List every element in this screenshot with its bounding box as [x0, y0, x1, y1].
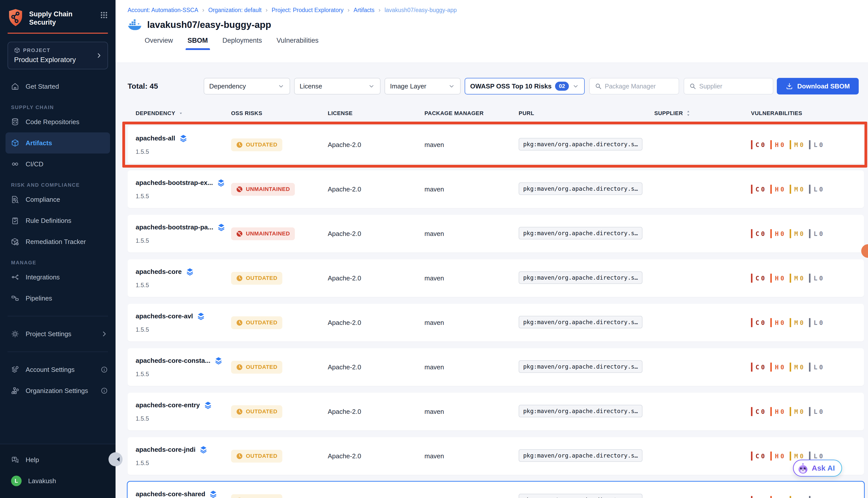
column-header-purl[interactable]: PURL: [519, 110, 654, 117]
search-icon: [689, 83, 696, 90]
sort-icon[interactable]: [686, 110, 690, 116]
filter-owasp-oss-top-10-risks[interactable]: OWASP OSS Top 10 Risks 02: [465, 78, 585, 94]
dependency-name[interactable]: apacheds-bootstrap-pa...: [136, 223, 213, 231]
sort-icon[interactable]: [179, 111, 183, 115]
sidebar-item-get-started[interactable]: Get Started: [0, 76, 116, 97]
purl-value[interactable]: pkg:maven/org.apache.directory.s…: [519, 182, 642, 195]
chevron-down-icon: [278, 83, 284, 90]
dependency-name[interactable]: apacheds-core-consta...: [136, 357, 211, 365]
purl-value[interactable]: pkg:maven/org.apache.directory.s…: [519, 316, 642, 328]
column-header-license[interactable]: LICENSE: [328, 110, 425, 117]
ask-ai-button[interactable]: Ask AI: [793, 460, 842, 477]
breadcrumb-artifacts[interactable]: Artifacts: [353, 7, 374, 14]
dependency-name[interactable]: apacheds-core-jndi: [136, 446, 196, 454]
sidebar-item-rule-definitions[interactable]: Rule Definitions: [0, 210, 116, 231]
column-header-oss-risks[interactable]: OSS RISKS: [231, 110, 328, 117]
toolbar: Total: 45 DependencyLicenseImage Layer O…: [128, 78, 864, 94]
clipboard-check-icon: [11, 217, 19, 225]
license-value: Apache-2.0: [328, 319, 425, 327]
dependency-version: 1.5.5: [136, 237, 231, 244]
filter-license[interactable]: License: [294, 78, 380, 94]
purl-value[interactable]: pkg:maven/org.apache.directory.s…: [519, 360, 642, 373]
tab-deployments[interactable]: Deployments: [223, 37, 262, 50]
dependency-name[interactable]: apacheds-core-shared: [136, 490, 205, 498]
breadcrumb: Account: Automation-SSCA›Organization: d…: [116, 0, 868, 14]
table-row-apacheds-core-jndi[interactable]: apacheds-core-jndi 1.5.5 OUTDATED Apache…: [128, 437, 864, 475]
purl-value[interactable]: pkg:maven/org.apache.directory.s…: [519, 449, 642, 462]
project-cube-icon: [14, 47, 20, 53]
sidebar-item-ci-cd[interactable]: CI/CD: [0, 154, 116, 175]
table-row-apacheds-all[interactable]: apacheds-all 1.5.5 OUTDATED Apache-2.0 m…: [128, 126, 864, 163]
dependency-name[interactable]: apacheds-bootstrap-ex...: [136, 179, 213, 187]
purl-value[interactable]: pkg:maven/org.apache.directory.s…: [519, 138, 642, 150]
package-manager-value: maven: [425, 141, 519, 149]
column-header-supplier[interactable]: SUPPLIER: [654, 110, 751, 117]
chevron-down-icon: [448, 83, 455, 90]
table-row-apacheds-core-shared[interactable]: apacheds-core-shared 1.5.5 OUTDATED Apac…: [128, 482, 864, 498]
sidebar-item-artifacts[interactable]: Artifacts: [5, 132, 110, 154]
filter-dependency[interactable]: Dependency: [204, 78, 290, 94]
purl-value[interactable]: pkg:maven/org.apache.directory.s…: [519, 227, 642, 239]
package-manager-search[interactable]: [589, 78, 679, 94]
purl-value[interactable]: pkg:maven/org.apache.directory.s…: [519, 405, 642, 417]
project-selector[interactable]: PROJECT Product Exploratory: [8, 42, 108, 69]
tab-overview[interactable]: Overview: [145, 37, 173, 50]
purl-value[interactable]: pkg:maven/org.apache.directory.s…: [519, 494, 642, 498]
breadcrumb-project-product-exploratory[interactable]: Project: Product Exploratory: [272, 7, 344, 14]
table-row-apacheds-core-consta[interactable]: apacheds-core-consta... 1.5.5 OUTDATED A…: [128, 348, 864, 386]
code-repo-icon: [11, 118, 19, 126]
table-row-apacheds-core-avl[interactable]: apacheds-core-avl 1.5.5 OUTDATED Apache-…: [128, 304, 864, 341]
sidebar-collapse-handle[interactable]: [108, 452, 123, 466]
license-value: Apache-2.0: [328, 274, 425, 282]
oss-risk-badge: OUTDATED: [231, 450, 282, 462]
sidebar-item-pipelines[interactable]: Pipelines: [0, 288, 116, 309]
sidebar-item-organization-settings[interactable]: Organization Settings: [0, 380, 116, 401]
dependency-name[interactable]: apacheds-core-entry: [136, 401, 200, 409]
supplier-search[interactable]: [684, 78, 773, 94]
table-row-apacheds-core-entry[interactable]: apacheds-core-entry 1.5.5 OUTDATED Apach…: [128, 393, 864, 430]
column-header-vulnerabilities[interactable]: VULNERABILITIES: [751, 110, 856, 117]
sidebar-bottom: Help L Lavakush: [0, 444, 116, 498]
column-header-package-manager[interactable]: PACKAGE MANAGER: [425, 110, 519, 117]
sidebar-item-integrations[interactable]: Integrations: [0, 266, 116, 288]
vuln-count-medium: M0: [790, 451, 803, 461]
clock-icon: [236, 319, 243, 326]
filter-image-layer[interactable]: Image Layer: [385, 78, 460, 94]
clock-icon: [236, 497, 243, 498]
breadcrumb-lavakush07-easy-buggy-app[interactable]: lavakush07/easy-buggy-app: [385, 7, 457, 14]
sidebar-item-account-settings[interactable]: Account Settings: [0, 359, 116, 380]
apps-grid-icon[interactable]: [100, 11, 108, 19]
vuln-count-medium: M0: [790, 140, 803, 149]
purl-value[interactable]: pkg:maven/org.apache.directory.s…: [519, 271, 642, 284]
sidebar-item-help[interactable]: Help: [0, 449, 116, 470]
sidebar-item-code-repositories[interactable]: Code Repositories: [0, 111, 116, 132]
sidebar-item-compliance[interactable]: Compliance: [0, 189, 116, 210]
dependency-name[interactable]: apacheds-core: [136, 268, 182, 276]
sidebar-divider: [8, 316, 108, 316]
sidebar-divider: [8, 352, 108, 352]
table-row-apacheds-core[interactable]: apacheds-core 1.5.5 OUTDATED Apache-2.0 …: [128, 259, 864, 297]
table-row-apacheds-bootstrap-pa[interactable]: apacheds-bootstrap-pa... 1.5.5 UNMAINTAI…: [128, 215, 864, 252]
tab-sbom[interactable]: SBOM: [188, 37, 208, 50]
oss-risk-badge: OUTDATED: [231, 316, 282, 329]
column-header-dependency[interactable]: DEPENDENCY: [136, 110, 231, 117]
breadcrumb-organization-default[interactable]: Organization: default: [208, 7, 262, 14]
table-row-apacheds-bootstrap-ex[interactable]: apacheds-bootstrap-ex... 1.5.5 UNMAINTAI…: [128, 170, 864, 208]
breadcrumb-account-automation-ssca[interactable]: Account: Automation-SSCA: [128, 7, 198, 14]
vuln-count-low: L0: [809, 229, 823, 238]
unmaintained-icon: [236, 231, 243, 237]
license-value: Apache-2.0: [328, 363, 425, 371]
sidebar-item-project-settings[interactable]: Project Settings: [0, 323, 116, 344]
dependency-name[interactable]: apacheds-core-avl: [136, 312, 193, 320]
vuln-count-critical: C0: [751, 451, 765, 461]
vulnerability-counts: C0H0M0L0: [751, 363, 856, 371]
download-sbom-button[interactable]: Download SBOM: [777, 78, 859, 94]
sidebar-item-remediation-tracker[interactable]: Remediation Tracker: [0, 231, 116, 252]
package-manager-search-input[interactable]: [605, 83, 673, 90]
dependency-name[interactable]: apacheds-all: [136, 134, 175, 142]
clock-icon: [236, 453, 243, 460]
tab-vulnerabilities[interactable]: Vulnerabilities: [277, 37, 319, 50]
sidebar-item-user[interactable]: L Lavakush: [0, 470, 116, 492]
total-count: Total: 45: [128, 82, 204, 90]
supplier-search-input[interactable]: [699, 83, 768, 90]
